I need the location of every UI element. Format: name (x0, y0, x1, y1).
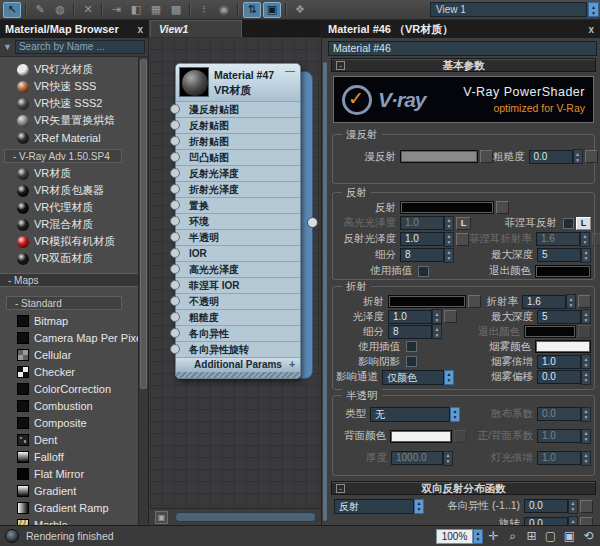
browser-item[interactable]: Falloff (0, 448, 138, 465)
move-children-icon[interactable]: ⇥ (107, 2, 125, 18)
node-canvas[interactable]: Material #47 VR材质 — 漫反射贴图反射贴图折射贴图凹凸贴图反射光… (150, 37, 321, 508)
browser-item[interactable]: Gradient Ramp (0, 499, 138, 516)
affect-shadows-checkbox[interactable] (406, 356, 417, 367)
node-minimize-icon[interactable]: — (285, 65, 295, 76)
fresnel-reflect-checkbox[interactable] (563, 218, 574, 229)
browser-item[interactable]: Gradient (0, 482, 138, 499)
refl-use-interp-checkbox[interactable] (418, 266, 429, 277)
pan-tool-icon[interactable]: ✛ (485, 528, 502, 544)
view-selector-stepper[interactable]: ▲▼ (588, 2, 599, 17)
select-tool-icon[interactable]: ↖ (3, 2, 21, 18)
node-slot[interactable]: 各向异性旋转 (176, 341, 300, 357)
fog-bias-stepper[interactable]: ▲▼ (581, 370, 591, 385)
diffuse-map-button[interactable] (480, 150, 493, 163)
browser-item[interactable]: VR模拟有机材质 (0, 233, 138, 250)
node-output-socket[interactable] (307, 217, 318, 228)
slot-input-socket[interactable] (170, 296, 180, 306)
browser-group-header[interactable]: - Maps (0, 273, 138, 287)
roughness-field[interactable]: 0.0 (529, 150, 573, 164)
refract-map-button[interactable] (468, 295, 481, 308)
additional-params-bar[interactable]: Additional Params + (176, 357, 300, 372)
slot-input-socket[interactable] (170, 152, 180, 162)
refract-gloss-stepper[interactable]: ▲▼ (432, 309, 442, 324)
thickness-field[interactable]: 1000.0 (391, 451, 443, 465)
roughness-map-button[interactable] (585, 150, 598, 163)
zoom-tool-icon[interactable]: ⌕ (504, 528, 521, 544)
brdf-type-stepper[interactable]: ▲▼ (414, 499, 424, 514)
refract-ior-map-button[interactable] (578, 295, 591, 308)
browser-item[interactable]: VR材质 (0, 165, 138, 182)
slot-input-socket[interactable] (170, 344, 180, 354)
light-mult-stepper[interactable]: ▲▼ (581, 451, 591, 466)
brdf-type-dropdown[interactable]: 反射 (334, 499, 414, 514)
zoom-level-stepper[interactable]: ▲▼ (473, 529, 483, 544)
browser-item[interactable]: VR材质包裹器 (0, 182, 138, 199)
browser-item[interactable]: Flat Mirror (0, 465, 138, 482)
rollout-brdf[interactable]: - 双向反射分布函数 (331, 481, 596, 495)
put-material-to-scene-icon[interactable]: ◍ (51, 2, 69, 18)
zoom-extents-selected-icon[interactable]: ▣ (561, 528, 578, 544)
refract-subdivs-field[interactable]: 8 (388, 325, 432, 339)
collapse-icon[interactable]: - (336, 61, 345, 70)
fresnel-ior-field[interactable]: 1.6 (536, 232, 580, 246)
browser-options-icon[interactable]: ▼ (3, 42, 12, 52)
slot-input-socket[interactable] (170, 280, 180, 290)
refract-exit-color-swatch[interactable] (524, 325, 576, 338)
refract-ior-stepper[interactable]: ▲▼ (566, 294, 576, 309)
refl-subdivs-field[interactable]: 8 (400, 248, 444, 262)
node-slot[interactable]: 反射贴图 (176, 117, 300, 133)
refract-use-interp-checkbox[interactable] (406, 341, 417, 352)
region-zoom-icon[interactable]: ⊞ (523, 528, 540, 544)
browser-item[interactable]: Cellular (0, 346, 138, 363)
pan-mini-button[interactable]: ▣ (155, 511, 168, 524)
slot-input-socket[interactable] (170, 104, 180, 114)
material-node[interactable]: Material #47 VR材质 — 漫反射贴图反射贴图折射贴图凹凸贴图反射光… (175, 63, 301, 379)
aniso-field[interactable]: 0.0 (524, 499, 568, 513)
light-mult-field[interactable]: 1.0 (537, 451, 581, 465)
params-close-icon[interactable]: x (588, 24, 594, 35)
rotation-map-button[interactable] (580, 517, 593, 525)
scatter-stepper[interactable]: ▲▼ (581, 407, 591, 422)
browser-item[interactable]: Camera Map Per Pixel (0, 329, 138, 346)
zoom-extents-icon[interactable]: ▢ (542, 528, 559, 544)
node-resize-grip[interactable] (176, 372, 300, 378)
browser-item[interactable]: VR混合材质 (0, 216, 138, 233)
browser-item[interactable]: VR快速 SSS2 (0, 95, 138, 112)
slot-input-socket[interactable] (170, 328, 180, 338)
rotation-field[interactable]: 0.0 (524, 517, 568, 526)
slot-input-socket[interactable] (170, 232, 180, 242)
back-color-map-button[interactable] (454, 430, 467, 443)
node-slot[interactable]: 漫反射贴图 (176, 101, 300, 117)
diffuse-color-swatch[interactable] (400, 150, 478, 163)
fog-color-swatch[interactable] (535, 340, 591, 353)
browser-group-header[interactable]: - V-Ray Adv 1.50.SP4 (4, 149, 122, 163)
node-slot[interactable]: 环境 (176, 213, 300, 229)
material-preview-icon[interactable]: ▣ (263, 2, 281, 18)
slot-input-socket[interactable] (170, 216, 180, 226)
hilight-gloss-field[interactable]: 1.0 (400, 216, 444, 230)
refl-subdivs-stepper[interactable]: ▲▼ (444, 248, 454, 263)
refl-gloss-map-button[interactable] (456, 233, 469, 246)
refract-subdivs-stepper[interactable]: ▲▼ (432, 324, 442, 339)
node-slot[interactable]: 各向异性 (176, 325, 300, 341)
node-slot[interactable]: 折射光泽度 (176, 181, 300, 197)
browser-item[interactable]: VR快速 SSS (0, 78, 138, 95)
fresnel-ior-stepper[interactable]: ▲▼ (580, 232, 590, 247)
refract-max-depth-field[interactable]: 5 (537, 310, 581, 324)
browser-item[interactable]: Marble (0, 516, 138, 525)
browser-item[interactable]: Bitmap (0, 312, 138, 329)
node-slot[interactable]: 置换 (176, 197, 300, 213)
pick-material-from-object-icon[interactable]: ✎ (31, 2, 49, 18)
slot-input-socket[interactable] (170, 248, 180, 258)
thickness-stepper[interactable]: ▲▼ (443, 451, 453, 466)
browser-item[interactable]: XRef Material (0, 129, 138, 146)
browser-item[interactable]: VR代理材质 (0, 199, 138, 216)
fresnel-ior-map-button[interactable] (592, 233, 600, 246)
hide-unused-nodeslots-icon[interactable]: ◧ (127, 2, 145, 18)
node-slot[interactable]: 反射光泽度 (176, 165, 300, 181)
node-slot[interactable]: 凹凸贴图 (176, 149, 300, 165)
fb-coeff-field[interactable]: 1.0 (537, 429, 581, 443)
roughness-stepper[interactable]: ▲▼ (573, 149, 583, 164)
zoom-level-field[interactable]: 100% (436, 529, 473, 544)
node-slot[interactable]: IOR (176, 245, 300, 261)
